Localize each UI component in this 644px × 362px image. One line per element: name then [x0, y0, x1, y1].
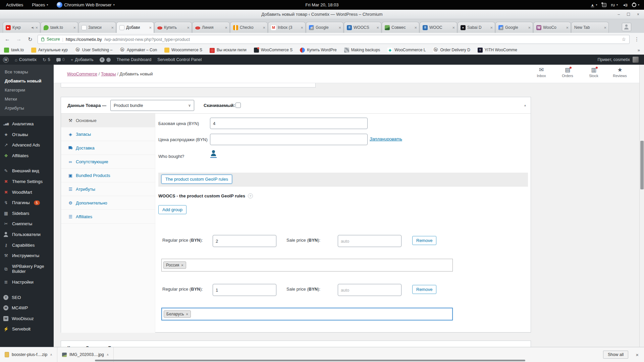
schedule-link[interactable]: Запланировать: [370, 136, 402, 141]
keyboard-layout-indicator[interactable]: ru▾: [611, 2, 618, 7]
vertical-scrollbar[interactable]: [639, 65, 644, 347]
address-bar[interactable]: Secure | https://cosmetix.by /wp-admin/p…: [38, 35, 630, 44]
remove-group-button[interactable]: Remove: [412, 236, 436, 245]
browser-tab[interactable]: ▶Кукр◄)×: [3, 22, 40, 33]
sidebar-item-theme-settings[interactable]: ✖Theme Settings: [0, 176, 54, 187]
bookmark-item[interactable]: ⓌUser Switching –: [75, 48, 112, 53]
power-menu[interactable]: ▾: [632, 3, 639, 7]
sidebar-item-wpbakery[interactable]: ⧉WPBakery Page Builder: [0, 261, 54, 277]
sidebar-item-mc4wp[interactable]: MMC4WP: [0, 303, 54, 313]
country-select-focused[interactable]: Беларусь×: [161, 308, 453, 320]
bookmark-item[interactable]: Woocommerce S: [164, 48, 202, 53]
sidebar-item-analytics[interactable]: ▂▅▇Аналитика: [0, 119, 54, 129]
stock-button[interactable]: ▥Stock: [586, 67, 602, 78]
tab-close-icon[interactable]: ×: [187, 25, 190, 30]
forward-button[interactable]: →: [15, 36, 23, 42]
tab-close-icon[interactable]: ×: [73, 25, 76, 30]
browser-tab[interactable]: Совмес×: [382, 22, 419, 33]
browser-tab[interactable]: WWooCo×: [533, 22, 571, 33]
bookmark-item[interactable]: YYITH WooComme: [478, 48, 517, 53]
tab-close-icon[interactable]: ×: [35, 25, 38, 30]
sidebar-item-affiliates[interactable]: ❖Affiliates: [0, 150, 54, 161]
geoip-rules-button[interactable]: The product custom GeoIP rules: [161, 175, 232, 184]
chevron-up-icon[interactable]: ∧: [50, 353, 52, 356]
sidebar-item-capabilities[interactable]: ⚷Capabilities: [0, 240, 54, 251]
tab-close-icon[interactable]: ×: [528, 25, 531, 30]
tab-close-icon[interactable]: ×: [414, 25, 417, 30]
sidebar-item-attributes[interactable]: Атрибуты: [0, 104, 54, 113]
browser-tab[interactable]: Записи×: [78, 22, 116, 33]
tab-close-icon[interactable]: ×: [225, 25, 227, 30]
system-indicator-icon[interactable]: [602, 3, 606, 7]
window-titlebar[interactable]: Добавить новый товар ‹ Cosmetix — WordPr…: [0, 10, 644, 19]
downloadable-checkbox[interactable]: [235, 103, 241, 108]
tab-affiliates[interactable]: ☰Affiliates: [61, 210, 155, 224]
bookmark-item[interactable]: tawk.to: [4, 48, 24, 53]
sidebar-item-sidebars[interactable]: ▦Sidebars: [0, 208, 54, 219]
inbox-button[interactable]: ✉Inbox: [533, 67, 549, 78]
sidebar-item-all-products[interactable]: Все товары: [0, 67, 54, 76]
browser-tab[interactable]: GGoogle×: [495, 22, 533, 33]
group-sale-price-input[interactable]: [338, 284, 401, 296]
tab-close-icon[interactable]: ×: [111, 25, 114, 30]
tab-linked-products[interactable]: ∞Сопутствующие: [61, 155, 155, 169]
browser-tab[interactable]: Checko×: [230, 22, 268, 33]
browser-tab[interactable]: MInbox (3×: [268, 22, 306, 33]
comments-link[interactable]: 0: [53, 55, 68, 65]
servebolt-link[interactable]: Servebolt Control Panel: [154, 55, 205, 65]
remove-group-button[interactable]: Remove: [412, 285, 436, 294]
clock[interactable]: Fri Mar 20, 18:03: [306, 2, 339, 7]
tab-close-icon[interactable]: ×: [566, 25, 569, 30]
tab-bundled-products[interactable]: ▣Bundled Products: [61, 169, 155, 182]
new-content-menu[interactable]: +Добавить: [68, 55, 97, 65]
close-icon[interactable]: ×: [636, 352, 639, 358]
volume-icon[interactable]: ◄))): [623, 3, 627, 7]
group-regular-price-input[interactable]: [213, 235, 276, 247]
bookmark-item[interactable]: ⓌOrder Delivery D: [433, 48, 470, 53]
sidebar-item-add-new[interactable]: Добавить новый: [0, 76, 54, 85]
bookmark-item[interactable]: ⓌAppmaker – Con: [120, 48, 157, 53]
chevron-up-icon[interactable]: ∧: [107, 353, 109, 356]
browser-tab-active[interactable]: Добави×: [116, 22, 154, 33]
sidebar-item-servebolt[interactable]: ⚡Servebolt: [0, 324, 54, 335]
reload-button[interactable]: ↻: [26, 36, 34, 43]
bookmark-item[interactable]: ◆WooCommerce L: [387, 48, 426, 53]
wp-logo-menu[interactable]: W: [0, 55, 12, 65]
browser-tab[interactable]: Купить×: [154, 22, 192, 33]
places-menu[interactable]: Places▾: [32, 2, 48, 7]
tab-attributes[interactable]: ☰Атрибуты: [61, 182, 155, 196]
breadcrumb-products-link[interactable]: Товары: [101, 71, 116, 76]
tab-close-icon[interactable]: ×: [338, 25, 341, 30]
bookmark-item[interactable]: WooCommerce S: [254, 48, 292, 53]
bookmark-item[interactable]: Купить WordPre: [300, 48, 336, 53]
tab-close-icon[interactable]: ×: [490, 25, 493, 30]
country-select[interactable]: Россия×: [161, 259, 453, 272]
who-bought-person-icon[interactable]: [210, 150, 217, 158]
browser-tab[interactable]: tawk.to×: [41, 22, 78, 33]
sidebar-item-woodiscuz[interactable]: WWooDiscuz: [0, 313, 54, 324]
group-regular-price-input[interactable]: [213, 284, 276, 296]
browser-profile-button[interactable]: [622, 23, 631, 31]
tab-close-icon[interactable]: ×: [301, 25, 303, 30]
orders-button[interactable]: ▤Orders: [559, 67, 576, 78]
removable-media-indicator[interactable]: ▲▾: [591, 3, 597, 7]
tab-general[interactable]: ⚒Основные: [61, 114, 155, 127]
sidebar-item-seo[interactable]: YSEO: [0, 292, 54, 303]
sidebar-item-users[interactable]: Пользователи: [0, 229, 54, 240]
remove-chip-icon[interactable]: ×: [186, 312, 188, 316]
tab-close-icon[interactable]: ×: [604, 25, 606, 30]
yoast-menu[interactable]: Y: [97, 55, 114, 65]
tab-close-icon[interactable]: ×: [452, 25, 455, 30]
minimize-button[interactable]: –: [618, 12, 620, 17]
sale-price-input[interactable]: [210, 134, 368, 145]
sidebar-item-tags[interactable]: Метки: [0, 95, 54, 104]
sidebar-item-snippets[interactable]: ✂Сниппеты: [0, 219, 54, 229]
bookmark-item[interactable]: Making backups: [344, 48, 380, 53]
maximize-button[interactable]: ☐: [627, 12, 630, 17]
bookmark-star-icon[interactable]: ☆: [622, 37, 626, 42]
sidebar-item-woodmart[interactable]: ✖WoodMart: [0, 187, 54, 198]
tab-inventory[interactable]: ◈Запасы: [61, 127, 155, 141]
account-menu[interactable]: Привет, cosmetix: [597, 57, 644, 63]
sidebar-item-tools[interactable]: ⚒Инструменты: [0, 250, 54, 261]
horizontal-scrollbar[interactable]: [95, 360, 525, 361]
